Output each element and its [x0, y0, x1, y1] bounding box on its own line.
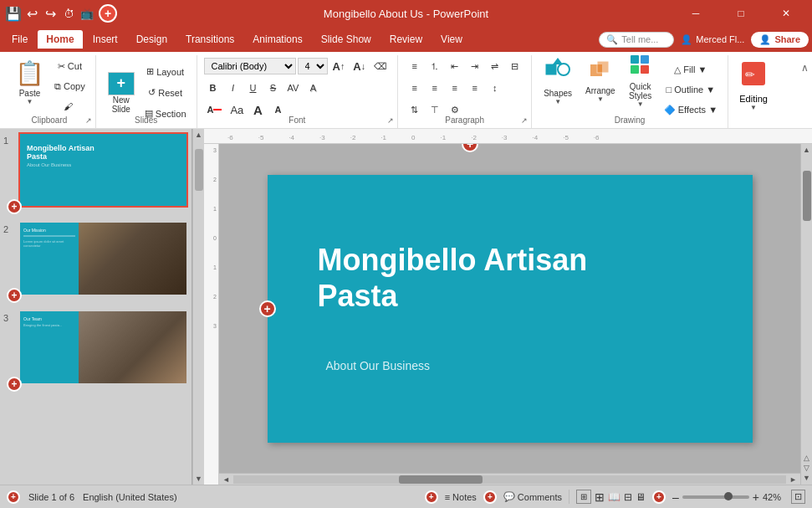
copy-button[interactable]: ⧉ Copy — [51, 77, 89, 95]
comments-add-button[interactable]: + — [483, 490, 497, 504]
menu-home[interactable]: Home — [38, 30, 82, 49]
bullets-button[interactable]: ≡ — [406, 57, 424, 75]
menu-design[interactable]: Design — [128, 30, 176, 49]
italic-button[interactable]: I — [224, 79, 243, 97]
menu-transitions[interactable]: Transitions — [177, 30, 243, 49]
increase-indent-button[interactable]: ⇥ — [466, 57, 484, 75]
maximize-button[interactable]: □ — [722, 2, 760, 25]
zoom-minus-button[interactable]: – — [672, 490, 679, 504]
format-painter-button[interactable]: 🖌 — [51, 97, 89, 115]
bold-button[interactable]: B — [204, 79, 222, 97]
shape-effects-button[interactable]: 🔷 Effects ▼ — [661, 100, 721, 119]
clipboard-expand-icon[interactable]: ↗ — [85, 116, 92, 125]
increase-font-btn[interactable]: A — [248, 100, 267, 119]
vscroll-up-arrow[interactable]: ▲ — [803, 146, 810, 154]
shape-outline-button[interactable]: □ Outline ▼ — [661, 80, 721, 99]
vscroll-down-arrow[interactable]: ▼ — [802, 473, 811, 483]
text-direction-button[interactable]: ⇅ — [406, 100, 424, 119]
menu-review[interactable]: Review — [381, 30, 431, 49]
new-slide-button[interactable]: + New Slide — [103, 69, 140, 116]
paste-button[interactable]: 📋 Paste ▼ — [10, 57, 49, 107]
shape-fill-button[interactable]: △ Fill ▼ — [661, 60, 721, 79]
reset-button[interactable]: ↺ Reset — [141, 84, 190, 102]
hscroll-thumb[interactable] — [399, 475, 483, 484]
slide-image-1[interactable]: Mongibello ArtisanPasta About Our Busine… — [18, 132, 188, 208]
line-spacing-button[interactable]: ↕ — [486, 79, 504, 97]
font-size-aa[interactable]: Aa — [227, 100, 247, 119]
text-shadow-button[interactable]: A — [304, 79, 323, 97]
numbering-button[interactable]: ⒈ — [426, 57, 444, 75]
slide-sorter-button[interactable]: ⊞ — [595, 490, 605, 504]
fit-slide-button[interactable]: ⊡ — [791, 490, 805, 504]
quick-styles-dropdown[interactable]: ▼ — [637, 100, 644, 108]
undo-icon[interactable]: ↩ — [25, 7, 38, 20]
slide-top-add-button[interactable]: + — [462, 144, 478, 152]
decrease-indent-button[interactable]: ⇤ — [446, 57, 464, 75]
slide-left-add-button[interactable]: + — [259, 300, 276, 317]
presenter-view-button[interactable]: ⊟ — [624, 491, 632, 503]
tell-me-search[interactable]: 🔍 Tell me... — [599, 32, 674, 48]
shapes-button[interactable]: Shapes ▼ — [539, 57, 577, 104]
notes-button[interactable]: ≡ Notes — [445, 492, 477, 502]
slide-canvas[interactable]: + + Mongibello Artisan Pasta About Our B… — [219, 144, 800, 473]
redo-icon[interactable]: ↪ — [43, 7, 57, 20]
strikethrough-button[interactable]: S — [264, 79, 283, 97]
paste-dropdown[interactable]: ▼ — [27, 98, 33, 105]
editing-dropdown[interactable]: ▼ — [750, 104, 757, 111]
paragraph-expand-icon[interactable]: ↗ — [521, 116, 528, 125]
clear-format-button[interactable]: ⌫ — [370, 57, 391, 75]
horizontal-scrollbar[interactable]: ◄ ► — [219, 473, 800, 485]
align-text-button[interactable]: ⊤ — [426, 100, 444, 119]
slide-2-add-button[interactable]: + — [7, 288, 22, 303]
status-add-button[interactable]: + — [7, 490, 20, 504]
quick-styles-button[interactable]: Quick Styles ▼ — [624, 57, 657, 104]
shapes-dropdown[interactable]: ▼ — [554, 98, 561, 105]
slide-1-add-button[interactable]: + — [7, 199, 22, 214]
vscroll-page-down[interactable]: ▽ — [803, 463, 810, 473]
scroll-down-arrow[interactable]: ▼ — [193, 473, 204, 485]
column-button[interactable]: ⊟ — [506, 57, 524, 75]
zoom-add-button[interactable]: + — [652, 490, 666, 504]
normal-view-button[interactable]: ⊞ — [576, 490, 591, 504]
underline-button[interactable]: U — [244, 79, 263, 97]
font-size-select[interactable]: 40 — [298, 58, 328, 74]
ribbon-collapse-button[interactable]: ∧ — [798, 59, 812, 77]
tv-view-button[interactable]: 🖥 — [636, 491, 646, 503]
slide-subtitle[interactable]: About Our Business — [326, 359, 431, 372]
menu-slideshow[interactable]: Slide Show — [313, 30, 380, 49]
font-name-select[interactable]: Calibri (Body) — [204, 58, 296, 74]
slide-image-3[interactable]: Our Team Bringing the finest pasta... — [18, 310, 188, 385]
hscroll-track[interactable] — [233, 475, 786, 484]
slide-thumb-2[interactable]: 2 Our Mission Lorem ipsum dolor sit amet… — [3, 221, 188, 296]
save-icon[interactable]: 💾 — [7, 7, 20, 20]
menu-insert[interactable]: Insert — [84, 30, 126, 49]
slide-3-add-button[interactable]: + — [7, 377, 22, 392]
add-command-button[interactable]: + — [99, 4, 117, 23]
merced-account[interactable]: 👤 Merced Fl... — [676, 33, 749, 47]
decrease-font-btn[interactable]: A — [268, 100, 287, 119]
font-color-button[interactable]: A — [204, 100, 226, 119]
notes-add-button[interactable]: + — [425, 490, 438, 504]
arrange-dropdown[interactable]: ▼ — [597, 95, 604, 103]
zoom-slider[interactable] — [682, 495, 749, 499]
char-spacing-button[interactable]: AV — [284, 79, 303, 97]
cut-button[interactable]: ✂ Cut — [51, 57, 89, 75]
right-scrollbar[interactable]: ▲ △ ▽ ▼ — [800, 144, 812, 485]
font-size-decrease-button[interactable]: A↓ — [350, 57, 369, 75]
vscroll-thumb[interactable] — [803, 171, 811, 221]
rtl-button[interactable]: ⇌ — [486, 57, 504, 75]
comments-button[interactable]: 💬 Comments — [503, 491, 562, 502]
screen-icon[interactable]: 📺 — [80, 7, 94, 20]
slide-image-2[interactable]: Our Mission Lorem ipsum dolor sit amet c… — [18, 221, 188, 296]
slide-main-content[interactable]: + Mongibello Artisan Pasta About Our Bus… — [268, 175, 753, 443]
reading-view-button[interactable]: 📖 — [608, 491, 620, 503]
zoom-plus-button[interactable]: + — [753, 490, 759, 504]
align-center-button[interactable]: ≡ — [426, 79, 444, 97]
editing-button[interactable]: ✏ Editing ▼ — [736, 57, 771, 115]
layout-button[interactable]: ⊞ Layout — [141, 63, 190, 81]
font-expand-icon[interactable]: ↗ — [387, 116, 394, 125]
align-right-button[interactable]: ≡ — [446, 79, 464, 97]
scroll-thumb[interactable] — [195, 149, 203, 191]
vscroll-page-up[interactable]: △ — [803, 453, 810, 463]
slide-thumb-1[interactable]: 1 Mongibello ArtisanPasta About Our Busi… — [3, 132, 188, 208]
